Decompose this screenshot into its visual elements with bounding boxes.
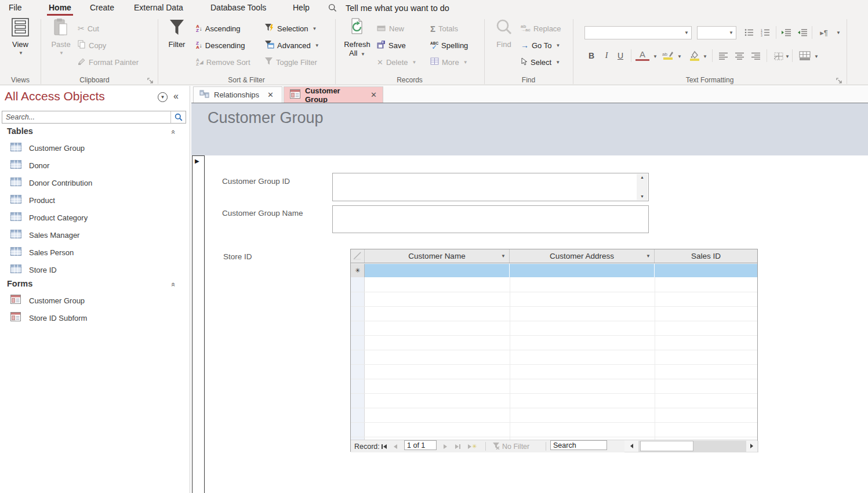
nav-item-product-category-table[interactable]: Product Category (0, 209, 190, 226)
nav-item-sales-person-table[interactable]: Sales Person (0, 244, 190, 260)
customer-group-id-input[interactable]: ▲ ▼ (332, 173, 649, 201)
new-record-marker[interactable]: ✳ (351, 264, 365, 277)
customer-group-name-input[interactable] (332, 205, 649, 233)
nav-item-store-id-table[interactable]: Store ID (0, 262, 190, 278)
save-button[interactable]: Save (377, 39, 406, 52)
ribbon-tab-help[interactable]: Help (291, 0, 311, 16)
paragraph-direction-icon[interactable]: ▸¶ (815, 26, 833, 39)
selection-button[interactable]: Selection▼ (264, 22, 317, 35)
forms-section-header[interactable]: Forms (7, 279, 32, 288)
toggle-filter-button[interactable]: Toggle Filter (264, 56, 317, 68)
align-right-icon[interactable] (749, 49, 763, 62)
collapse-forms-icon[interactable]: « (169, 282, 178, 287)
tables-section-header[interactable]: Tables (7, 126, 33, 136)
nav-item-sales-manager-table[interactable]: Sales Manager (0, 227, 190, 243)
view-button[interactable]: View ▼ (6, 18, 35, 57)
copy-button[interactable]: Copy (78, 39, 106, 52)
fill-color-dropdown-arrow[interactable]: ▼ (703, 54, 707, 59)
new-record-button[interactable]: New (377, 22, 404, 35)
format-painter-button[interactable]: Format Painter (78, 56, 139, 68)
filter-button[interactable]: Filter (164, 18, 190, 49)
column-dropdown-icon[interactable]: ▼ (501, 253, 506, 259)
new-record-cell-customer-address[interactable] (510, 264, 655, 277)
highlight-dropdown-arrow[interactable]: ▼ (677, 54, 682, 59)
scroll-right-button[interactable] (746, 440, 757, 452)
delete-button[interactable]: ✕ Delete▼ (377, 56, 416, 68)
view-dropdown-arrow[interactable]: ▼ (19, 49, 23, 57)
scroll-left-button[interactable] (624, 440, 638, 452)
go-to-button[interactable]: → Go To▼ (521, 39, 560, 52)
spelling-button[interactable]: ABC ✓ Spelling (430, 39, 468, 52)
clipboard-dialog-launcher[interactable] (147, 76, 154, 82)
new-record-row[interactable]: ✳ (351, 264, 757, 277)
first-record-button[interactable] (382, 440, 387, 452)
previous-record-button[interactable] (394, 440, 397, 452)
spinner-scrollbar[interactable]: ▲ ▼ (637, 174, 648, 200)
nav-item-store-id-subform[interactable]: Store ID Subform (0, 310, 190, 326)
bullet-list-icon[interactable] (742, 26, 756, 39)
fill-color-button[interactable] (688, 49, 702, 62)
replace-button[interactable]: ab→ac Replace (521, 22, 561, 35)
align-left-icon[interactable] (717, 49, 731, 62)
nav-item-product-table[interactable]: Product (0, 192, 190, 208)
italic-button[interactable]: I (600, 49, 613, 62)
close-tab-icon[interactable]: ✕ (371, 90, 377, 99)
spin-down-icon[interactable]: ▼ (640, 194, 644, 199)
paragraph-dropdown-arrow[interactable]: ▼ (836, 30, 841, 35)
decrease-indent-icon[interactable] (796, 26, 809, 39)
record-selector-bar[interactable]: ▶ (192, 155, 205, 493)
column-header-customer-address[interactable]: Customer Address▼ (510, 249, 655, 263)
ribbon-tab-external-data[interactable]: External Data (132, 0, 185, 16)
ribbon-tab-file[interactable]: File (7, 0, 24, 16)
align-center-icon[interactable] (733, 49, 747, 62)
next-record-button[interactable] (444, 440, 447, 452)
highlight-color-button[interactable]: ab (661, 49, 675, 62)
nav-search-input[interactable] (2, 111, 170, 123)
text-formatting-dialog-launcher[interactable] (836, 76, 842, 82)
datasheet-search-input[interactable] (550, 440, 607, 450)
nav-item-customer-group-form[interactable]: Customer Group (0, 292, 190, 309)
alt-row-dropdown-arrow[interactable]: ▼ (814, 54, 819, 59)
doc-tab-relationships[interactable]: Relationships ✕ (193, 86, 282, 103)
more-button[interactable]: More▼ (430, 56, 468, 68)
descending-button[interactable]: ZA↓ Descending (196, 39, 245, 52)
scrollbar-thumb[interactable] (640, 441, 693, 451)
spin-up-icon[interactable]: ▲ (640, 175, 644, 180)
new-record-cell-sales-id[interactable] (655, 264, 757, 277)
collapse-tables-icon[interactable]: « (169, 130, 178, 134)
ribbon-tab-database-tools[interactable]: Database Tools (209, 0, 268, 16)
no-filter-button[interactable]: No Filter (492, 440, 529, 452)
column-header-customer-name[interactable]: Customer Name▼ (365, 249, 510, 263)
remove-sort-button[interactable]: AZ◢ Remove Sort (196, 56, 250, 68)
tell-me-search[interactable]: Tell me what you want to do (346, 2, 449, 14)
nav-item-customer-group-table[interactable]: Customer Group (0, 140, 190, 156)
select-button[interactable]: Select▼ (521, 56, 560, 68)
doc-tab-customer-group[interactable]: Customer Group ✕ (284, 86, 383, 103)
last-record-button[interactable] (455, 440, 460, 452)
gridlines-button[interactable] (771, 49, 785, 62)
font-name-combo[interactable]: ▼ (584, 26, 692, 39)
cut-button[interactable]: ✂ Cut (78, 22, 99, 35)
nav-item-donor-contribution-table[interactable]: Donor Contribution (0, 175, 190, 191)
nav-search-icon[interactable] (170, 111, 186, 123)
refresh-all-button[interactable]: Refresh All ▼ (342, 18, 372, 59)
find-button[interactable]: Find (491, 18, 517, 49)
paste-button[interactable]: Paste ▼ (48, 18, 74, 57)
bold-button[interactable]: B (584, 49, 598, 62)
shutter-close-icon[interactable]: « (173, 91, 179, 102)
new-blank-record-button[interactable]: ✳ (468, 440, 477, 452)
alternate-row-color-button[interactable] (798, 49, 812, 62)
advanced-button[interactable]: ... Advanced▼ (264, 39, 319, 52)
nav-item-donor-table[interactable]: Donor (0, 157, 190, 173)
gridlines-dropdown-arrow[interactable]: ▼ (785, 54, 790, 59)
increase-indent-icon[interactable] (779, 26, 793, 39)
column-dropdown-icon[interactable]: ▼ (646, 253, 651, 259)
ribbon-tab-home[interactable]: Home (47, 0, 73, 16)
new-record-cell-customer-name[interactable] (365, 264, 510, 277)
column-header-sales-id[interactable]: Sales ID (655, 249, 757, 263)
underline-button[interactable]: U (613, 49, 627, 62)
datasheet-select-all-corner[interactable] (351, 249, 365, 263)
totals-button[interactable]: Σ Totals (430, 22, 458, 35)
font-color-button[interactable]: A (635, 49, 649, 61)
numbered-list-icon[interactable]: 123 (758, 26, 772, 39)
